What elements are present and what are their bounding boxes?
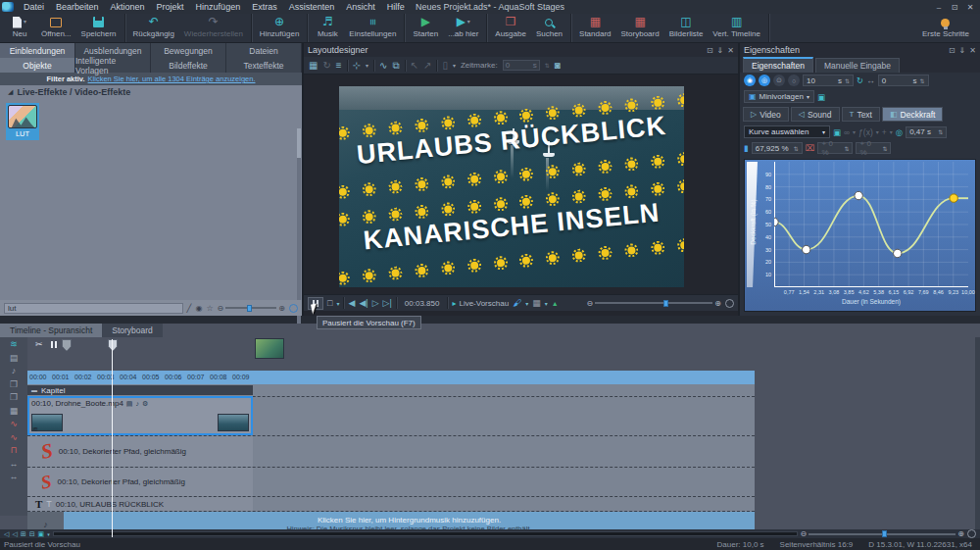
skip-start-icon[interactable]: ◀ (348, 298, 355, 308)
close-panel-icon[interactable]: ✕ (969, 46, 976, 55)
tab-intelligente-vorlagen[interactable]: Intelligente Vorlagen (75, 58, 151, 73)
visibility-alt-icon[interactable]: ◎ (759, 75, 770, 86)
range-marker[interactable] (62, 339, 72, 351)
sound-track-icon[interactable]: ♪ (12, 367, 17, 375)
file-icon[interactable]: ▤ (126, 400, 133, 408)
zoom-in-icon[interactable]: ⊕ (278, 304, 285, 313)
menu-assistenten[interactable]: Assistenten (283, 1, 341, 13)
curve-icon[interactable]: ∿ (379, 60, 387, 71)
effect-clip[interactable]: S00:10, Dekorierter Pfad, gleichmäßig (27, 468, 253, 496)
menu-hilfe[interactable]: Hilfe (381, 1, 411, 13)
h-resize-icon[interactable]: ↔ (10, 473, 19, 481)
preview-zoom-slider[interactable]: ⊖ ⊕ (587, 299, 721, 308)
grid-icon[interactable]: ▦ (10, 407, 19, 416)
keyframe-time-spinner[interactable]: 0,47 s⇅ (906, 126, 947, 138)
pen-icon[interactable]: ╱ (187, 304, 192, 313)
menu-extras[interactable]: Extras (246, 1, 283, 13)
tab-dateien[interactable]: Dateien (226, 43, 302, 58)
tab-einblendungen[interactable]: Einblendungen (0, 43, 75, 58)
hinzufügen-button[interactable]: ⊕Hinzufügen (255, 14, 304, 42)
preview-mode-dropdown[interactable]: ▸ Live-Vorschau (452, 299, 509, 308)
minivorlagen-button[interactable]: ▣ Minivorlagen ▾ (744, 90, 814, 103)
timer-icon[interactable]: ○ (788, 75, 800, 86)
tab-texteffekte[interactable]: Texteffekte (226, 58, 302, 73)
stop-dropdown-icon[interactable]: ▾ (336, 300, 339, 307)
minimize-icon[interactable]: – (932, 3, 946, 12)
next-frame-icon[interactable]: ▷| (383, 298, 392, 308)
pin-panel-icon[interactable]: ⇓ (959, 46, 966, 55)
chapter-clip[interactable]: ▬Kapitel (27, 385, 253, 395)
subtab-text[interactable]: TText (842, 107, 880, 122)
scissors-icon[interactable]: ✂ (35, 339, 43, 349)
reset-zoom-button[interactable] (289, 304, 298, 313)
marker-dropdown-icon[interactable]: ▾ (453, 62, 456, 69)
text-clip[interactable]: TT00:10, URLAUBS RÜCKBLICK (27, 497, 253, 511)
play-icon[interactable]: ▷ (372, 298, 379, 308)
search-input[interactable] (4, 303, 183, 314)
close-panel-icon[interactable]: ✕ (727, 46, 734, 55)
subtab-deckkraft[interactable]: ◧Deckkraft (882, 107, 943, 122)
close-icon[interactable]: ✕ (963, 3, 977, 12)
mixer-icon[interactable]: ≋ (10, 340, 18, 349)
tab-bewegungen[interactable]: Bewegungen (151, 43, 226, 58)
star-icon[interactable]: ☆ (206, 304, 213, 313)
save-curve-icon[interactable]: ▣ (833, 127, 841, 137)
effects-section-header[interactable]: ◢ Live-Effekte / Video-Effekte (0, 85, 302, 98)
speichern-button[interactable]: Speichern (76, 14, 122, 42)
refresh-icon[interactable]: ↻ (857, 75, 863, 85)
duration-spinner[interactable]: 10 s ⇅ (803, 75, 854, 86)
brush-dropdown-icon[interactable]: ▾ (525, 300, 528, 307)
timeline-tab-timeline-spuransicht[interactable]: Timeline - Spuransicht (0, 324, 102, 337)
zeitmarke-input[interactable]: 0 s (503, 60, 540, 71)
h-resize-icon[interactable]: ↔ (10, 460, 19, 469)
bilderliste-button[interactable]: ◫Bilderliste (664, 14, 709, 42)
subtab-video[interactable]: ▷Video (743, 107, 789, 122)
timeline-zoom-slider[interactable]: ⊖ ⊕ (801, 529, 964, 538)
thumbnail-zoom-slider[interactable]: ⊖ ⊕ (218, 304, 285, 313)
timeline-hscrollbar[interactable] (53, 531, 798, 536)
curve-plot[interactable] (774, 162, 968, 287)
time-ruler[interactable]: 00:0000:0100:0200:0300:0400:0500:0600:07… (27, 371, 755, 384)
suchen-button[interactable]: Suchen (531, 14, 567, 42)
-ab-hier-button[interactable]: ▶▾...ab hier (443, 14, 483, 42)
grid-dropdown-icon[interactable]: ▾ (545, 300, 548, 307)
menu-hinzufügen[interactable]: Hinzufügen (190, 1, 247, 13)
filter-reset-link[interactable]: Klicken Sie hier, um alle 1304 Einträge … (88, 75, 256, 83)
magnet-icon[interactable]: ⊓ (10, 446, 17, 455)
expand-icon[interactable]: ⊞ (21, 530, 26, 538)
opacity-curve-editor[interactable]: Deckkraft (in %) 908070605040302010 0,77… (744, 159, 976, 312)
standard-button[interactable]: ▦Standard (574, 14, 615, 42)
tab-bildeffekte[interactable]: Bildeffekte (151, 58, 226, 73)
eye-icon[interactable]: ◉ (195, 304, 202, 313)
dropdown-arrow-icon[interactable]: ▾ (24, 16, 26, 28)
arrow-fwd-icon[interactable]: ↗ (423, 60, 431, 71)
function-icon[interactable]: ƒ(x) (858, 127, 873, 137)
lut-effect-tile[interactable]: LUT (6, 103, 39, 140)
sound-icon[interactable]: ♪ (135, 400, 139, 407)
effect-clip[interactable]: S00:10, Dekorierter Pfad, gleichmäßig (27, 436, 253, 467)
link-icon[interactable]: ↔ (866, 75, 875, 85)
pin-panel-icon[interactable]: ⇓ (717, 46, 724, 55)
delete-key-icon[interactable]: ⌧ (806, 143, 815, 153)
curve-select-dropdown[interactable]: Kurve auswählen ▾ (744, 125, 830, 138)
zoom-out-icon[interactable]: ⊖ (218, 304, 224, 313)
visibility-icon[interactable]: ◉ (744, 75, 756, 86)
folder-icon[interactable]: ▣ (38, 530, 45, 538)
wiederherstellen-button[interactable]: ↷Wiederherstellen (179, 14, 248, 42)
fit-timeline-button[interactable] (967, 529, 976, 538)
wave-icon[interactable]: ∿ (10, 433, 18, 442)
float-panel-icon[interactable]: ⊡ (949, 46, 956, 55)
float-panel-icon[interactable]: ⊡ (707, 46, 713, 55)
rotate-icon[interactable]: ↻ (322, 60, 330, 71)
tab-manuelle-eingabe[interactable]: Manuelle Eingabe (815, 58, 900, 73)
copy-icon[interactable]: ❐ (10, 393, 18, 402)
marker-icon[interactable]: ▯ (442, 60, 448, 71)
öffnen--button[interactable]: Öffnen... (36, 14, 76, 42)
tab-eigenschaften[interactable]: Eigenschaften (743, 57, 813, 73)
tab-objekte[interactable]: Objekte (0, 58, 75, 73)
grid-icon[interactable]: ▦ (309, 60, 318, 71)
storyboard-button[interactable]: ▦Storyboard (616, 14, 664, 42)
prev-frame-icon[interactable]: ◀| (359, 298, 368, 308)
playhead-line[interactable] (112, 339, 113, 537)
offset-spinner[interactable]: 0 s ⇅ (878, 75, 929, 86)
